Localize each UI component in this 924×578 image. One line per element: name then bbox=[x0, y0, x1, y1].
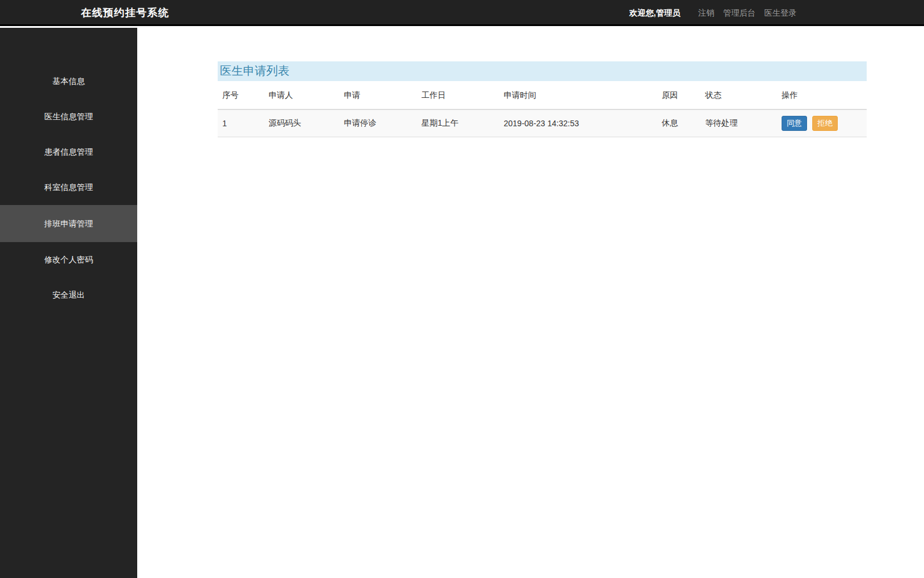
cell-status: 等待处理 bbox=[701, 109, 777, 137]
cell-application: 申请停诊 bbox=[339, 109, 417, 137]
welcome-text: 欢迎您,管理员 bbox=[629, 8, 680, 19]
sidebar: 基本信息 医生信息管理 患者信息管理 科室信息管理 排班申请管理 修改个人密码 … bbox=[0, 28, 137, 578]
column-header-applicant: 申请人 bbox=[264, 82, 339, 109]
column-header-reason: 原因 bbox=[657, 82, 701, 109]
main-content: 医生申请列表 序号 申请人 申请 工作日 申请时间 原因 状态 操作 1 源码码… bbox=[137, 28, 924, 578]
sidebar-menu: 基本信息 医生信息管理 患者信息管理 科室信息管理 排班申请管理 修改个人密码 … bbox=[0, 28, 137, 313]
column-header-status: 状态 bbox=[701, 82, 777, 109]
sidebar-item-department-info-management[interactable]: 科室信息管理 bbox=[0, 170, 137, 205]
nav-link-doctor-login[interactable]: 医生登录 bbox=[764, 8, 797, 19]
agree-button[interactable]: 同意 bbox=[782, 116, 807, 131]
column-header-operation: 操作 bbox=[777, 82, 867, 109]
cell-workday: 星期1上午 bbox=[417, 109, 499, 137]
cell-no: 1 bbox=[218, 109, 264, 137]
column-header-apply-time: 申请时间 bbox=[499, 82, 657, 109]
app-title: 在线预约挂号系统 bbox=[81, 0, 169, 26]
top-header-bar: 在线预约挂号系统 欢迎您,管理员 注销 管理后台 医生登录 bbox=[0, 0, 924, 26]
cell-operation: 同意 拒绝 bbox=[777, 109, 867, 137]
column-header-application: 申请 bbox=[339, 82, 417, 109]
sidebar-item-safe-exit[interactable]: 安全退出 bbox=[0, 277, 137, 313]
doctor-application-table: 序号 申请人 申请 工作日 申请时间 原因 状态 操作 1 源码码头 申请停诊 … bbox=[218, 82, 867, 137]
sidebar-item-basic-info[interactable]: 基本信息 bbox=[0, 64, 137, 99]
sidebar-item-schedule-application-management[interactable]: 排班申请管理 bbox=[0, 205, 137, 242]
nav-link-admin-backend[interactable]: 管理后台 bbox=[723, 8, 756, 19]
table-row: 1 源码码头 申请停诊 星期1上午 2019-08-23 14:32:53 休息… bbox=[218, 109, 867, 137]
cell-reason: 休息 bbox=[657, 109, 701, 137]
sidebar-item-change-password[interactable]: 修改个人密码 bbox=[0, 242, 137, 277]
table-header: 序号 申请人 申请 工作日 申请时间 原因 状态 操作 bbox=[218, 82, 867, 109]
cell-applicant: 源码码头 bbox=[264, 109, 339, 137]
sidebar-item-doctor-info-management[interactable]: 医生信息管理 bbox=[0, 99, 137, 134]
page-title: 医生申请列表 bbox=[218, 61, 867, 81]
column-header-workday: 工作日 bbox=[417, 82, 499, 109]
cell-apply-time: 2019-08-23 14:32:53 bbox=[499, 109, 657, 137]
column-header-no: 序号 bbox=[218, 82, 264, 109]
header-nav: 欢迎您,管理员 注销 管理后台 医生登录 bbox=[629, 0, 797, 26]
sidebar-item-patient-info-management[interactable]: 患者信息管理 bbox=[0, 134, 137, 170]
nav-link-logout[interactable]: 注销 bbox=[698, 8, 714, 19]
content-container: 医生申请列表 序号 申请人 申请 工作日 申请时间 原因 状态 操作 1 源码码… bbox=[218, 61, 867, 137]
reject-button[interactable]: 拒绝 bbox=[812, 116, 838, 131]
